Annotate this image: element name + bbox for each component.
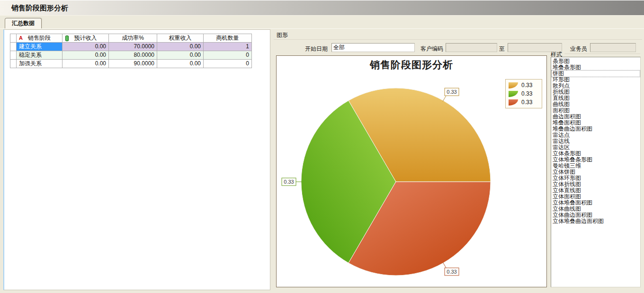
pie-data-label: 0.33 [447, 89, 456, 95]
window-title: 销售阶段图形分析 [11, 4, 68, 13]
table-row[interactable]: 加强关系0.0090.00000.000 [10, 60, 252, 68]
table-row[interactable]: 稳定关系0.0080.00000.000 [10, 51, 252, 60]
chart-title: 销售阶段图形分析 [277, 58, 546, 71]
tab-underline [0, 28, 644, 29]
column-header-opportunity-count[interactable]: 商机数量 [204, 34, 252, 43]
table-header-row: A 销售阶段 预计收入 成功率% 权重收入 商机数量 [10, 34, 252, 43]
legend-item: 0.33 [506, 81, 542, 89]
tab-summary-data[interactable]: 汇总数据 [5, 18, 42, 29]
style-list-item[interactable]: 立体堆叠曲边面积图 [552, 218, 640, 224]
chart-legend: 0.330.330.33 [505, 79, 542, 108]
filter-cylinder-icon [65, 36, 69, 41]
value-cell[interactable]: 0.00 [157, 51, 204, 60]
value-cell[interactable]: 90.0000 [109, 60, 157, 68]
column-header-weighted-income[interactable]: 权重收入 [157, 34, 204, 43]
value-cell[interactable]: 0.00 [63, 60, 109, 68]
value-cell[interactable]: 0.00 [157, 43, 204, 51]
sort-a-icon: A [19, 34, 23, 42]
pie-data-label: 0.33 [447, 269, 456, 275]
stage-cell[interactable]: 加强关系 [17, 60, 63, 68]
pie-label-leader-line [443, 262, 446, 268]
graph-panel-title: 图形 [277, 31, 288, 39]
value-cell[interactable]: 0.00 [63, 43, 109, 51]
salesman-label: 业务员 [566, 45, 587, 53]
legend-swatch-icon [509, 82, 518, 89]
column-header-label: 销售阶段 [28, 35, 51, 41]
legend-label: 0.33 [521, 99, 532, 106]
legend-item: 0.33 [506, 98, 542, 107]
style-list-item[interactable]: 堆叠条形图 [552, 64, 640, 71]
stage-cell[interactable]: 建立关系 [17, 43, 63, 51]
stage-cell[interactable]: 稳定关系 [17, 51, 63, 60]
graph-groupbox-line [274, 39, 642, 40]
header-indicator-cell [10, 34, 17, 43]
column-header-label: 权重收入 [169, 35, 192, 41]
column-header-stage[interactable]: A 销售阶段 [17, 34, 63, 43]
column-header-expected-income[interactable]: 预计收入 [63, 34, 109, 43]
tab-bar: 汇总数据 [0, 16, 644, 29]
stage-table-body: 建立关系0.0070.00000.001稳定关系0.0080.00000.000… [10, 43, 252, 68]
value-cell[interactable]: 0 [204, 51, 252, 60]
customer-code-input [446, 43, 497, 52]
value-cell[interactable]: 0.00 [63, 51, 109, 60]
legend-swatch-icon [509, 99, 518, 106]
value-cell[interactable]: 0 [204, 60, 252, 68]
column-header-label: 商机数量 [216, 35, 239, 41]
column-header-label: 预计收入 [74, 35, 97, 41]
value-cell[interactable]: 1 [204, 43, 252, 51]
column-header-success-rate[interactable]: 成功率% [109, 34, 157, 43]
row-indicator-cell[interactable] [10, 60, 17, 68]
window-titlebar: 销售阶段图形分析 [0, 0, 644, 16]
customer-code-label: 客户编码 [414, 45, 443, 53]
value-cell[interactable]: 80.0000 [109, 51, 157, 60]
start-date-input[interactable] [331, 43, 415, 52]
legend-item: 0.33 [506, 89, 542, 98]
row-indicator-cell[interactable] [10, 43, 17, 51]
stage-table: A 销售阶段 预计收入 成功率% 权重收入 商机数量 建立关系0.0070.00… [10, 34, 252, 68]
legend-label: 0.33 [521, 82, 532, 89]
pie-data-label: 0.33 [284, 179, 294, 185]
to-label: 至 [495, 45, 505, 53]
legend-label: 0.33 [521, 90, 532, 97]
pie-label-leader-line [443, 96, 446, 101]
style-groupbox-line [564, 53, 640, 54]
row-indicator-cell[interactable] [10, 51, 17, 60]
value-cell[interactable]: 0.00 [157, 60, 204, 68]
summary-panel: A 销售阶段 预计收入 成功率% 权重收入 商机数量 建立关系0.0070.00… [3, 29, 270, 290]
start-date-label: 开始日期 [298, 45, 328, 53]
legend-swatch-icon [509, 91, 518, 97]
style-listbox[interactable]: 条形图堆叠条形图饼图环形图散列点折线图直线图曲线图面积图曲边面积图堆叠面积图堆叠… [551, 57, 641, 287]
table-row[interactable]: 建立关系0.0070.00000.001 [10, 43, 252, 51]
value-cell[interactable]: 70.0000 [109, 43, 157, 51]
chart-area: 销售阶段图形分析 0.330.330.33 0.330.330.33 [276, 55, 547, 287]
salesman-input [590, 43, 636, 52]
column-header-label: 成功率% [122, 35, 144, 41]
